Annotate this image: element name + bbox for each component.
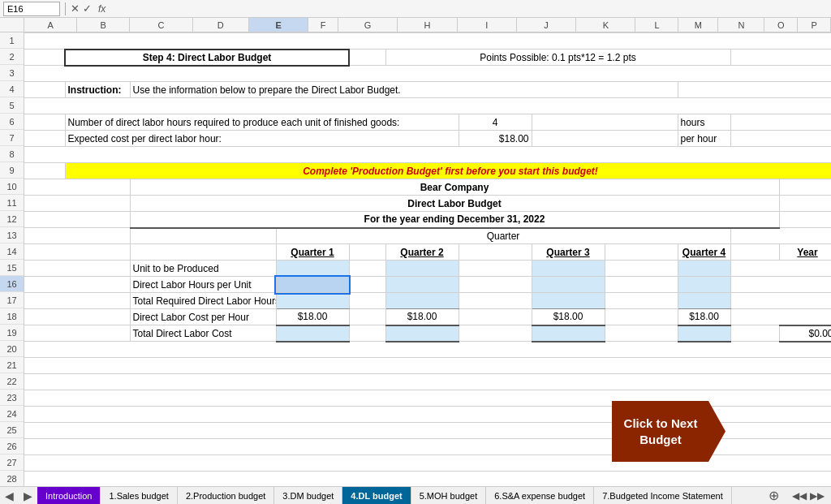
col-e[interactable]: E [249, 18, 308, 32]
confirm-icon[interactable]: ✓ [83, 2, 92, 15]
tab-production-budget[interactable]: 2.Production budget [178, 487, 274, 504]
row-num-10[interactable]: 10 [0, 179, 24, 195]
col-c[interactable]: C [130, 18, 192, 32]
r17-k[interactable] [678, 293, 730, 309]
row-num-2[interactable]: 2 [0, 49, 24, 65]
col-d[interactable]: D [193, 18, 249, 32]
info-row1: Number of direct labor hours required to… [65, 114, 459, 131]
r17-g[interactable] [385, 293, 459, 309]
col-a[interactable]: A [24, 18, 77, 32]
warning-text: Complete 'Production Budget' first befor… [303, 166, 598, 177]
r16-i[interactable] [532, 277, 605, 293]
quarter-header: Quarter [276, 228, 730, 244]
row-num-28[interactable]: 28 [0, 471, 24, 486]
col-p[interactable]: P [798, 18, 831, 32]
divider [65, 2, 66, 15]
tab-nav-left[interactable]: ◀ [0, 487, 19, 504]
row-num-19[interactable]: 19 [0, 325, 24, 341]
scroll-left-icon[interactable]: ◀◀ [792, 490, 807, 502]
row-numbers: 1 2 3 4 5 6 7 8 9 10 11 12 13 14 15 16 1… [0, 32, 24, 486]
row-num-21[interactable]: 21 [0, 357, 24, 373]
r17-e[interactable] [276, 293, 349, 309]
formula-input[interactable] [112, 3, 828, 15]
tab-sales-budget[interactable]: 1.Sales budget [101, 487, 177, 504]
row-num-13[interactable]: 13 [0, 227, 24, 243]
col-n[interactable]: N [718, 18, 764, 32]
r19-k[interactable] [678, 325, 730, 342]
tab-dm-budget[interactable]: 3.DM budget [274, 487, 342, 504]
col-l[interactable]: L [635, 18, 678, 32]
tab-nav-right[interactable]: ▶ [19, 487, 37, 504]
row-num-26[interactable]: 26 [0, 438, 24, 454]
r15-g[interactable] [385, 261, 459, 277]
r15-k[interactable] [678, 261, 730, 277]
col-g[interactable]: G [338, 18, 398, 32]
row-num-15[interactable]: 15 [0, 260, 24, 276]
col-o[interactable]: O [764, 18, 798, 32]
row-num-18[interactable]: 18 [0, 308, 24, 325]
sheet-tabs: Introduction 1.Sales budget 2.Production… [37, 487, 762, 504]
row-num-7[interactable]: 7 [0, 130, 24, 146]
row-num-27[interactable]: 27 [0, 454, 24, 471]
row-num-16[interactable]: 16 [0, 276, 24, 292]
scroll-right-icon[interactable]: ▶▶ [810, 490, 825, 502]
row-num-22[interactable]: 22 [0, 373, 24, 390]
info-unit1: hours [678, 114, 730, 131]
cancel-icon[interactable]: ✕ [71, 2, 80, 15]
row-num-14[interactable]: 14 [0, 243, 24, 260]
cell-ref-input[interactable] [3, 2, 60, 16]
warning-cell: Complete 'Production Budget' first befor… [65, 163, 831, 179]
tab-introduction[interactable]: Introduction [37, 487, 101, 504]
col-h[interactable]: H [398, 18, 457, 32]
row-num-4[interactable]: 4 [0, 81, 24, 97]
next-budget-button[interactable]: Click to Next Budget [612, 401, 726, 462]
info-unit2: per hour [678, 131, 730, 147]
r17-i[interactable] [532, 293, 605, 309]
table-row: Direct Labor Hours per Unit [24, 277, 831, 293]
q3-header: Quarter 3 [532, 244, 605, 261]
row-num-24[interactable]: 24 [0, 406, 24, 422]
r15-e[interactable] [276, 261, 349, 277]
row-num-11[interactable]: 11 [0, 195, 24, 211]
col-j[interactable]: J [517, 18, 576, 32]
r18-i: $18.00 [532, 309, 605, 325]
add-sheet-icon[interactable]: ⊕ [762, 487, 786, 504]
tabs-bar: ◀ ▶ Introduction 1.Sales budget 2.Produc… [0, 486, 831, 504]
tab-moh-budget[interactable]: 5.MOH budget [411, 487, 487, 504]
table-row [24, 472, 831, 487]
r16-e[interactable] [276, 277, 349, 293]
col-k[interactable]: K [576, 18, 635, 32]
col-b[interactable]: B [77, 18, 130, 32]
tab-dm-label: 3.DM budget [282, 491, 334, 501]
row-num-8[interactable]: 8 [0, 146, 24, 162]
row-num-23[interactable]: 23 [0, 390, 24, 406]
tab-sa-expense[interactable]: 6.S&A expense budget [486, 487, 594, 504]
col-m[interactable]: M [678, 18, 718, 32]
tab-income-statement[interactable]: 7.Budgeted Income Statement [594, 487, 732, 504]
r18-k: $18.00 [678, 309, 730, 325]
row-num-17[interactable]: 17 [0, 292, 24, 308]
row-num-5[interactable]: 5 [0, 97, 24, 114]
row-num-6[interactable]: 6 [0, 114, 24, 130]
r19-i[interactable] [532, 325, 605, 342]
row-num-3[interactable]: 3 [0, 65, 24, 81]
r16-g[interactable] [385, 277, 459, 293]
next-sheet-icon[interactable]: ▶ [24, 489, 32, 502]
tab-dl-budget[interactable]: 4.DL budget [342, 487, 411, 504]
row-num-1[interactable]: 1 [0, 32, 24, 49]
prev-sheet-icon[interactable]: ◀ [5, 489, 14, 502]
col-i[interactable]: I [458, 18, 517, 32]
r19-g[interactable] [385, 325, 459, 342]
r15-i[interactable] [532, 261, 605, 277]
table-row: Expected cost per direct labor hour: $18… [24, 131, 831, 147]
r16-k[interactable] [678, 277, 730, 293]
table-row: Step 4: Direct Labor Budget Points Possi… [24, 50, 831, 66]
q1-header: Quarter 1 [276, 244, 349, 261]
row-num-9[interactable]: 9 [0, 162, 24, 179]
row-num-12[interactable]: 12 [0, 211, 24, 227]
col-f[interactable]: F [308, 18, 338, 32]
row-num-20[interactable]: 20 [0, 341, 24, 357]
r19-e[interactable] [276, 325, 349, 342]
row-num-25[interactable]: 25 [0, 422, 24, 438]
table-row: Total Direct Labor Cost $0.00 [24, 325, 831, 342]
